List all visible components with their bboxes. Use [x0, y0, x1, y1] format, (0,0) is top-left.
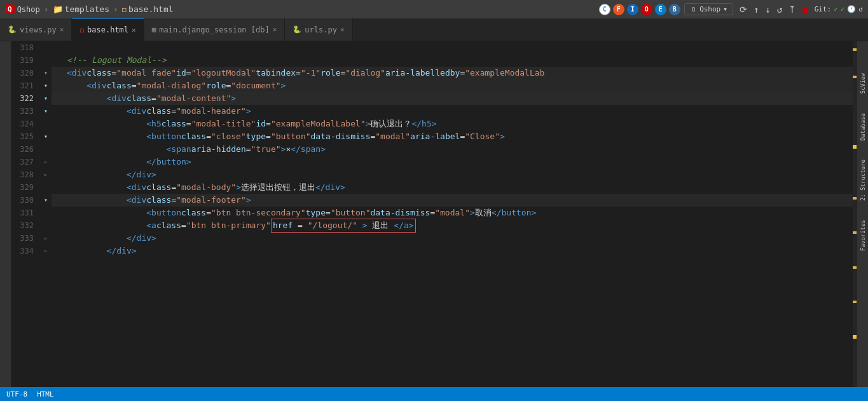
eq-331b: =: [326, 207, 331, 219]
scroll-marker-1: [853, 76, 857, 78]
attr-class-332: class: [156, 219, 181, 232]
text-times: ×: [286, 143, 291, 156]
comment-logout-modal: <!-- Logout Modal-->: [67, 54, 167, 67]
django-session-icon: ▦: [152, 25, 156, 34]
eq-332b: =: [298, 221, 303, 230]
text-logout: 退出: [372, 221, 389, 230]
panel-scview[interactable]: ScView: [860, 73, 866, 94]
tab-base-html[interactable]: ◻ base.html ✕: [72, 18, 144, 41]
eq-321a: =: [132, 79, 137, 92]
tag-322: <div: [67, 92, 127, 105]
tab-urls-py-label: urls.py: [305, 25, 337, 34]
code-line-321: <div class = "modal-dialog" role = "docu…: [52, 79, 857, 92]
tag-btn-325: <button: [67, 130, 181, 143]
eq-331c: =: [430, 207, 435, 219]
code-line-331: <button class = "btn btn-secondary" type…: [52, 207, 857, 219]
refresh-icon[interactable]: ↺: [775, 3, 785, 16]
line-numbers: 318 319 320 321 322 323 324 325 326 327 …: [11, 41, 40, 387]
gutter-329: [40, 181, 52, 194]
opera-icon[interactable]: O: [641, 4, 652, 15]
brave-icon[interactable]: B: [669, 4, 680, 15]
tab-django-session-close[interactable]: ✕: [273, 25, 277, 34]
edge-icon[interactable]: E: [655, 4, 666, 15]
line-num-324: 324: [11, 118, 34, 130]
attr-class-322: class: [127, 92, 151, 105]
eq-320a: =: [111, 67, 116, 79]
line-num-321: 321: [11, 79, 34, 92]
code-line-334: </div>: [52, 245, 857, 257]
qshop-btn-label: Qshop: [699, 5, 720, 13]
status-bar: UTF-8 HTML: [0, 387, 868, 401]
tab-django-session[interactable]: ▦ main.django_session [db] ✕: [144, 18, 286, 41]
folder-icon: 📁: [53, 4, 63, 14]
code-editor[interactable]: <!-- Logout Modal--> <div class = "modal…: [52, 41, 857, 387]
gutter-321[interactable]: ▾: [40, 79, 52, 92]
close-322: >: [231, 92, 236, 105]
close-323: >: [246, 105, 251, 118]
git-undo[interactable]: ↺: [858, 5, 863, 13]
code-line-332: <a class = "btn btn-primary" href = "/lo…: [52, 219, 857, 232]
stop-icon[interactable]: ■: [800, 3, 810, 16]
views-py-icon: 🐍: [8, 25, 17, 34]
tag-div-close-334: </div>: [67, 245, 137, 257]
attr-class-325: class: [181, 130, 206, 143]
line-num-326: 326: [11, 143, 34, 156]
eq-325b: =: [266, 130, 271, 143]
up-icon[interactable]: ↑: [751, 3, 761, 16]
gutter-330[interactable]: ▾: [40, 194, 52, 207]
close-a-332: </a>: [394, 221, 413, 230]
app-logo[interactable]: Q Qshop: [5, 4, 40, 14]
panel-database[interactable]: Database: [860, 113, 866, 140]
qshop-dropdown[interactable]: Q Qshop ▾: [684, 3, 733, 15]
attr-role-320: role: [320, 67, 340, 79]
gutter-322[interactable]: ▾: [40, 92, 52, 105]
close-331a: >: [470, 207, 475, 219]
line-num-319: 319: [11, 54, 34, 67]
breadcrumb-templates-label: templates: [65, 4, 109, 14]
eq-325c: =: [370, 130, 375, 143]
gutter-327: ▹: [40, 156, 52, 168]
close-329: >: [236, 181, 241, 194]
sync-icon[interactable]: ⟳: [737, 3, 750, 16]
gutter-325[interactable]: ▾: [40, 130, 52, 143]
tag-div-open-320: <div: [67, 67, 86, 79]
line-num-328: 328: [11, 168, 34, 181]
val-true: "true": [251, 143, 281, 156]
tab-views-py[interactable]: 🐍 views.py ✕: [0, 18, 72, 41]
attr-datadismiss-331: data-dismiss: [370, 207, 430, 219]
panel-structure[interactable]: 2: Structure: [860, 160, 866, 201]
breadcrumb-templates[interactable]: 📁 templates: [53, 4, 109, 14]
tab-urls-py[interactable]: 🐍 urls.py ✕: [285, 18, 352, 41]
firefox-icon[interactable]: F: [613, 4, 624, 15]
tab-urls-py-close[interactable]: ✕: [340, 25, 345, 34]
val-close: "close": [211, 130, 246, 143]
top-bar: Q Qshop › 📁 templates › ◻ base.html C F …: [0, 0, 868, 19]
scroll-marker-2: [853, 197, 857, 200]
text-select-exit: 选择退出按钮，退出: [241, 181, 315, 194]
gutter-320[interactable]: ▾: [40, 67, 52, 79]
qshop-btn-logo: Q: [690, 6, 697, 13]
push-icon[interactable]: ⤒: [786, 3, 799, 16]
top-bar-right: C F I O E B Q Qshop ▾ ⟳ ↑ ↓ ↺ ⤒ ■ Git: ✓…: [599, 3, 863, 16]
gutter-334: ▹: [40, 245, 52, 257]
code-line-333: </div>: [52, 232, 857, 245]
chrome-icon[interactable]: C: [599, 4, 610, 15]
gutter-323[interactable]: ▾: [40, 105, 52, 118]
tab-base-html-close[interactable]: ✕: [132, 26, 136, 34]
text-cancel: 取消: [475, 207, 492, 219]
ie-icon[interactable]: I: [627, 4, 638, 15]
breadcrumb-file[interactable]: ◻ base.html: [122, 4, 174, 14]
scrollbar-track[interactable]: [853, 41, 857, 387]
fold-gutter: ▾ ▾ ▾ ▾ ▾ ▹ ▹ ▾ ▹ ▹: [40, 41, 52, 387]
close-btn-331: </button>: [492, 207, 536, 219]
val-modal-331: "modal": [435, 207, 470, 219]
git-check2: ✓: [841, 5, 845, 13]
panel-favorites[interactable]: Favorites: [860, 220, 866, 251]
git-check1: ✓: [834, 5, 838, 13]
line-num-322: 322: [11, 92, 34, 105]
tag-btn-331: <button: [67, 207, 181, 219]
tab-views-py-close[interactable]: ✕: [60, 25, 64, 34]
download-icon[interactable]: ↓: [762, 3, 773, 16]
code-line-325: <button class = "close" type = "button" …: [52, 130, 857, 143]
tag-span-326: <span: [67, 143, 191, 156]
